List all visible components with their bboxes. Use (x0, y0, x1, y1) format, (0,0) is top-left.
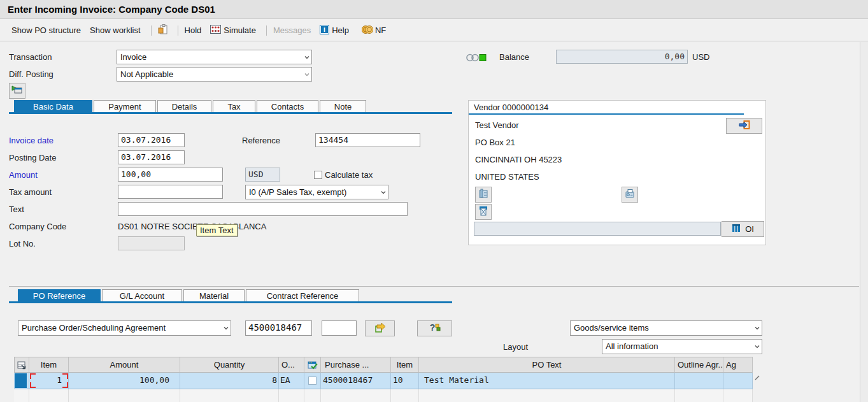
tree-expand-button[interactable] (9, 83, 25, 99)
oi-label: OI (745, 224, 754, 234)
oi-button[interactable]: OI (722, 221, 764, 237)
col-header-quantity[interactable]: Quantity (180, 357, 279, 373)
tab-basic-data[interactable]: Basic Data (14, 100, 92, 113)
open-items-icon (732, 224, 741, 234)
toolbar-separator (178, 25, 178, 36)
col-header-po-text[interactable]: PO Text (419, 357, 675, 373)
table-select-all-cell[interactable] (14, 357, 29, 373)
tab-note[interactable]: Note (320, 100, 366, 113)
diff-posting-label: Diff. Posting (9, 69, 53, 79)
vendor-header: Vendor 0000000134 (474, 103, 548, 112)
application-toolbar: Show PO structure Show worklist Hold Sim… (0, 20, 868, 41)
posting-date-field[interactable]: 03.07.2016 (118, 150, 185, 164)
currency-field[interactable]: USD (245, 168, 280, 182)
chevron-down-icon (304, 72, 309, 77)
po-item-field[interactable] (322, 320, 357, 336)
tab-payment[interactable]: Payment (94, 100, 156, 113)
col-header-purchase-order[interactable]: Purchase ... (321, 357, 391, 373)
tax-amount-field[interactable] (118, 185, 223, 199)
toolbar-separator (266, 25, 267, 36)
cell-ag[interactable] (723, 373, 753, 389)
cell-quantity[interactable]: 8 (180, 373, 279, 389)
bank-details-button[interactable] (475, 204, 492, 220)
vendor-address-line3: UNITED STATES (475, 172, 539, 182)
empty-cell (180, 389, 279, 402)
invoice-date-label: Invoice date (9, 136, 53, 145)
cell-order-unit[interactable]: EA (279, 373, 304, 389)
item-filter-select[interactable]: Goods/service items (570, 320, 762, 336)
empty-cell (14, 389, 29, 402)
col-header-item[interactable]: Item (29, 357, 69, 373)
balance-field: 0,00 (556, 50, 688, 64)
chevron-down-icon (224, 326, 229, 331)
cell-purchase-order[interactable]: 4500018467 (321, 373, 391, 389)
tab-material[interactable]: Material (183, 289, 245, 303)
balance-currency-label: USD (692, 52, 709, 62)
po-number-field[interactable]: 4500018467 (245, 320, 312, 336)
po-tabstrip: PO Reference G/L Account Material Contra… (18, 289, 360, 303)
final-invoice-check-icon (308, 360, 318, 370)
tab-gl-account[interactable]: G/L Account (102, 289, 182, 303)
tab-contract-reference[interactable]: Contract Reference (246, 289, 359, 303)
show-po-structure-button[interactable]: Show PO structure (11, 25, 81, 35)
simulate-icon[interactable] (210, 25, 221, 36)
empty-cell (723, 389, 753, 402)
layout-select[interactable]: All information (602, 339, 762, 354)
window-scrollbar[interactable] (860, 42, 868, 402)
table-scrollbar-arrow[interactable] (754, 373, 760, 380)
tab-details[interactable]: Details (157, 100, 211, 113)
amount-field[interactable]: 100,00 (118, 168, 223, 182)
page-title: Enter Incoming Invoice: Company Code DS0… (0, 0, 868, 19)
show-worklist-button[interactable]: Show worklist (90, 25, 140, 35)
empty-cell (321, 389, 391, 402)
tab-po-reference[interactable]: PO Reference (18, 289, 101, 303)
phone-icon (478, 189, 488, 201)
vendor-name: Test Vendor (475, 120, 519, 130)
cell-amount[interactable]: 100,00 (69, 373, 180, 389)
reference-field[interactable]: 134454 (315, 133, 420, 147)
display-vendor-button[interactable] (726, 118, 762, 134)
col-header-order-unit[interactable]: O... (279, 357, 304, 373)
nf-coins-icon[interactable] (362, 25, 373, 36)
lot-no-field (118, 236, 185, 250)
section-divider (9, 286, 859, 287)
final-invoice-checkbox[interactable] (308, 377, 317, 385)
search-help-button[interactable]: ? (417, 320, 452, 336)
vendor-address-line2: CINCINNATI OH 45223 (475, 155, 562, 164)
cell-outline-agreement[interactable] (675, 373, 723, 389)
calculate-tax-label: Calculate tax (325, 170, 373, 180)
col-header-outline-agreement[interactable]: Outline Agr... (675, 357, 723, 373)
hold-button[interactable]: Hold (185, 25, 202, 35)
reference-doc-type-select[interactable]: Purchase Order/Scheduling Agreement (18, 320, 231, 336)
empty-cell (69, 389, 180, 402)
phone-button[interactable] (475, 187, 492, 203)
clipboard-icon[interactable] (158, 24, 167, 36)
row-selector-cell[interactable] (14, 373, 29, 389)
tax-code-select[interactable]: I0 (A/P Sales Tax, exempt) (245, 185, 388, 199)
help-icon[interactable]: i (320, 25, 329, 36)
cell-po-text[interactable]: Test Material (419, 373, 675, 389)
nf-button[interactable]: NF (375, 25, 386, 35)
invoice-date-field[interactable]: 03.07.2016 (118, 133, 185, 147)
col-header-ag[interactable]: Ag (723, 357, 753, 373)
col-header-amount[interactable]: Amount (69, 357, 180, 373)
company-code-value: DS01 NOTRE SOCIETE CASABLANCA (118, 222, 266, 231)
simulate-button[interactable]: Simulate (224, 25, 256, 35)
diff-posting-select: Not Applicable (117, 67, 312, 82)
text-field[interactable] (118, 202, 408, 216)
tab-tax[interactable]: Tax (213, 100, 255, 113)
svg-text:?: ? (429, 322, 435, 333)
transaction-select[interactable]: Invoice (117, 50, 312, 64)
calculate-tax-checkbox[interactable] (314, 171, 322, 179)
help-button[interactable]: Help (332, 25, 349, 35)
vendor-address-line1: PO Box 21 (475, 138, 515, 147)
cell-final-invoice[interactable] (304, 373, 321, 389)
col-header-po-item[interactable]: Item (391, 357, 419, 373)
adopt-button[interactable] (365, 320, 395, 336)
chevron-down-icon (381, 190, 386, 195)
fax-button[interactable] (622, 187, 638, 203)
cell-po-item[interactable]: 10 (391, 373, 419, 389)
tab-contacts[interactable]: Contacts (257, 100, 318, 113)
chevron-down-icon (755, 344, 760, 349)
col-header-final-invoice[interactable] (304, 357, 321, 373)
